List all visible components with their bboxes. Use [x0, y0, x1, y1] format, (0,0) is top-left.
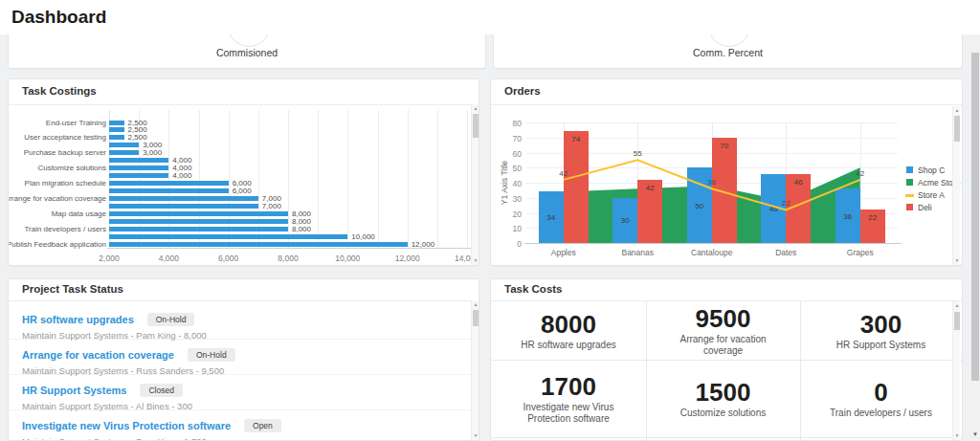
category-label: User acceptance testing [24, 133, 106, 142]
x-tick-label: 12,000 [384, 254, 432, 263]
task-cost-value: 300 [860, 311, 902, 338]
bar[interactable] [109, 227, 288, 232]
bar[interactable] [109, 165, 168, 170]
scroll-up-icon[interactable]: ▲ [953, 301, 961, 310]
x-tick-label: Cantaloupe [679, 248, 746, 257]
bar[interactable] [109, 121, 124, 125]
category-label: Arrange for vacation coverage [8, 194, 106, 203]
legend-swatch-icon [906, 179, 913, 186]
bar[interactable] [109, 127, 124, 132]
task-list-item: HR Support SystemsClosedMaintain Support… [9, 375, 479, 410]
scroll-down-icon[interactable]: ▼ [472, 431, 479, 440]
task-costs-title: Task Costs [491, 279, 962, 301]
task-cost-value: 8000 [541, 311, 596, 338]
orders-scrollbar[interactable]: ▲ ▼ [952, 106, 960, 265]
line-value-label: 42 [551, 169, 576, 178]
comm-percent-gauge-card: Comm. Percent [493, 34, 963, 69]
category-label: Map data usage [52, 209, 106, 218]
x-tick-label: Apples [530, 248, 597, 257]
bar-value-label: 3,000 [143, 148, 162, 157]
gridline [467, 110, 468, 248]
page-scrollbar[interactable]: ▼ [970, 34, 980, 441]
task-list-scrollbar[interactable]: ▲ ▼ [471, 300, 479, 440]
orders-chart: 0102030405060708034305046367442704622425… [491, 106, 962, 265]
y-axis-title: Y1 Axis Title [500, 125, 509, 240]
x-tick-label: 2,000 [85, 254, 133, 263]
x-tick-label: 4,000 [145, 254, 192, 263]
task-list: HR software upgradesOn-HoldMaintain Supp… [9, 300, 479, 440]
gridline [288, 110, 289, 248]
page-scrollbar-thumb[interactable] [971, 53, 979, 381]
gridline [378, 110, 379, 248]
y-tick-label: 0 [492, 239, 522, 249]
bar[interactable] [109, 135, 124, 140]
category-label: Customize solutions [37, 164, 106, 172]
category-label: Publish Feedback application [8, 240, 106, 249]
scroll-down-icon[interactable]: ▼ [472, 256, 479, 265]
task-cost-cell: 300HR Support Systems [800, 301, 962, 360]
task-costings-scrollbar[interactable]: ▲ ▼ [471, 104, 479, 265]
bar[interactable] [109, 181, 229, 186]
x-tick-label: 10,000 [323, 254, 371, 263]
gauge-label-comm-percent: Comm. Percent [494, 47, 962, 58]
task-cost-cell: 8000HR software upgrades [491, 301, 646, 360]
page-header: Dashboard [0, 0, 980, 34]
x-tick-label: Dates [752, 248, 819, 257]
bar[interactable] [109, 211, 288, 216]
scrollbar-thumb[interactable] [954, 312, 960, 330]
task-title-link[interactable]: Arrange for vacation coverage [22, 349, 174, 361]
bar[interactable] [109, 150, 139, 155]
task-list-item: Arrange for vacation coverageOn-HoldMain… [9, 340, 479, 375]
bar[interactable] [109, 196, 258, 201]
scroll-up-icon[interactable]: ▲ [472, 104, 479, 113]
task-costings-title: Task Costings [9, 79, 479, 105]
project-task-status-panel: Project Task Status HR software upgrades… [8, 278, 479, 441]
task-cost-value: 9500 [696, 305, 751, 332]
line-value-label: 22 [773, 199, 798, 208]
dashboard-page: Dashboard Commisioned Comm. Percent Task… [0, 0, 980, 441]
bar[interactable] [109, 234, 347, 239]
x-tick-label: Grapes [827, 248, 894, 257]
status-badge: On-Hold [188, 348, 235, 362]
category-label: Plan migration schedule [25, 179, 106, 187]
bar[interactable] [109, 158, 168, 163]
bar-value-label: 7,000 [262, 202, 281, 210]
scrollbar-thumb[interactable] [954, 116, 960, 142]
task-cost-cell: 0Train developers / users [800, 360, 962, 437]
line-value-label: 36 [700, 178, 724, 187]
category-label: Purchase backup server [24, 148, 106, 157]
bar[interactable] [109, 204, 258, 209]
scroll-down-icon[interactable]: ▼ [953, 431, 961, 440]
bar[interactable] [109, 173, 168, 178]
page-scroll-down-icon[interactable]: ▼ [970, 430, 980, 439]
scroll-down-icon[interactable]: ▼ [953, 256, 961, 265]
bar-value-label: 8,000 [292, 225, 311, 233]
scroll-up-icon[interactable]: ▲ [472, 300, 479, 309]
scroll-up-icon[interactable]: ▲ [953, 106, 961, 115]
bar[interactable] [109, 219, 288, 224]
task-costs-scrollbar[interactable]: ▲ ▼ [952, 301, 960, 440]
task-costings-panel: Task Costings 2,0004,0006,0008,00010,000… [8, 78, 479, 266]
task-title-link[interactable]: HR software upgrades [22, 314, 134, 325]
task-cost-label: Investigate new Virus Protection softwar… [491, 402, 646, 425]
bar[interactable] [109, 143, 139, 147]
bar-value-label: 10,000 [351, 232, 374, 241]
grid-divider [491, 437, 962, 438]
gauge-arc [708, 34, 750, 47]
task-title-link[interactable]: Investigate new Virus Protection softwar… [22, 420, 231, 431]
x-tick-label: 8,000 [264, 254, 312, 263]
gridline [408, 110, 409, 248]
bar[interactable] [109, 188, 229, 193]
task-cost-cell: 9500Arrange for vacation coverage [646, 301, 800, 360]
legend-line-icon [905, 194, 914, 197]
bar[interactable] [109, 242, 408, 247]
task-list-item: HR software upgradesOn-HoldMaintain Supp… [9, 304, 479, 340]
line-value-label: 55 [625, 149, 650, 158]
task-cost-label: HR Support Systems [821, 340, 941, 351]
task-title-link[interactable]: HR Support Systems [22, 385, 126, 396]
legend-label: Shop C [918, 165, 945, 175]
scrollbar-thumb[interactable] [473, 114, 479, 138]
x-tick-label: 6,000 [205, 254, 253, 263]
scrollbar-thumb[interactable] [473, 310, 479, 326]
task-cost-cell: 1500Customize solutions [646, 360, 800, 437]
